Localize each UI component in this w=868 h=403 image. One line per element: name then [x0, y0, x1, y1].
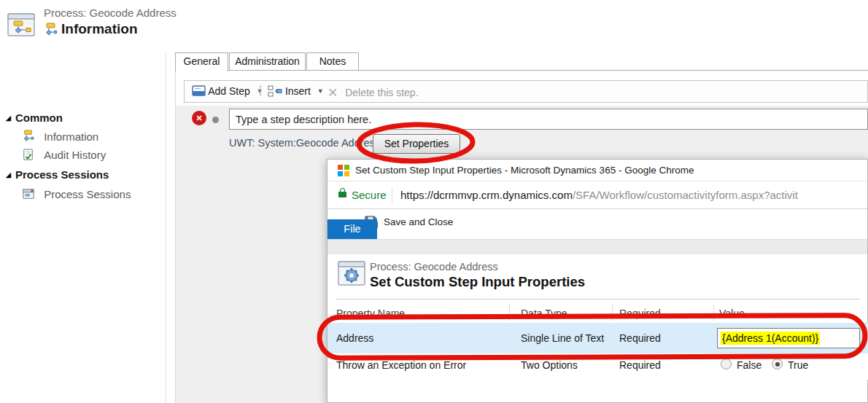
collapse-triangle-icon: ◢ [6, 171, 11, 179]
secure-lock-icon[interactable] [338, 192, 346, 197]
popup-window-title: Set Custom Step Input Properties - Micro… [355, 165, 694, 176]
sidebar-item-process-sessions[interactable]: Process Sessions [22, 187, 131, 203]
set-properties-popup-window: Set Custom Step Input Properties - Micro… [327, 159, 868, 403]
workflow-icon [22, 130, 35, 143]
table-row-throw-exception[interactable]: Throw an Exception on Error Two Options … [328, 353, 868, 380]
property-name-cell: Address [336, 332, 373, 344]
sidebar-group-common[interactable]: ◢Common [6, 111, 63, 124]
radio-true-label: True [788, 359, 808, 371]
sidebar-item-information[interactable]: Information [22, 130, 98, 145]
app-window: Process: Geocode Address Information ◢Co… [0, 0, 868, 403]
url-domain: https://dcrmmvp.crm.dynamics.com [400, 189, 573, 201]
file-tab[interactable]: File [328, 219, 377, 239]
column-header-data-type: Data Type [521, 308, 567, 319]
process-window-icon [7, 11, 37, 42]
collapse-triangle-icon: ◢ [6, 114, 11, 122]
address-value-input[interactable]: {Address 1(Account)} [717, 328, 860, 348]
column-header-property-name: Property Name [336, 308, 405, 319]
add-step-label: Add Step [208, 85, 250, 97]
url-path: /SFA/Workflow/customactivityform.aspx?ac… [573, 189, 798, 201]
secure-label: Secure [352, 189, 387, 201]
tab-general[interactable]: General [175, 52, 228, 71]
toolbar-divider: | [259, 84, 262, 97]
radio-false-label: False [737, 359, 762, 371]
sidebar: ◢Common Information Audit History ◢Proce… [0, 52, 166, 403]
column-divider [713, 305, 714, 321]
set-properties-form-icon [337, 259, 366, 289]
popup-heading: Set Custom Step Input Properties [370, 274, 585, 290]
save-and-close-label: Save and Close [384, 216, 453, 227]
property-name-cell: Throw an Exception on Error [336, 359, 466, 371]
url-text[interactable]: https://dcrmmvp.crm.dynamics.com/SFA/Wor… [400, 189, 798, 201]
ribbon-strip [328, 239, 867, 254]
address-bar[interactable]: Secure https://dcrmmvp.crm.dynamics.com/… [328, 181, 867, 209]
set-properties-button[interactable]: Set Properties [373, 134, 460, 154]
add-step-icon [192, 85, 206, 97]
required-cell: Required [619, 332, 661, 344]
sidebar-item-label: Process Sessions [44, 188, 131, 200]
required-cell: Required [619, 359, 661, 371]
tab-notes[interactable]: Notes [306, 52, 359, 71]
delete-step-label: Delete this step. [345, 87, 418, 98]
address-value-highlighted: {Address 1(Account)} [721, 332, 820, 345]
add-step-button[interactable]: Add Step ▼ [192, 85, 263, 97]
delete-step-button[interactable]: ✕ Delete this step. [328, 85, 419, 101]
column-divider [509, 305, 510, 321]
step-bullet-icon [212, 117, 219, 123]
column-header-required: Required [619, 308, 661, 319]
sidebar-item-label: Information [44, 130, 98, 143]
information-workflow-icon [44, 23, 58, 37]
page-title: Information [61, 21, 138, 37]
chevron-down-icon: ▼ [317, 87, 324, 95]
sidebar-group-process-sessions[interactable]: ◢Process Sessions [6, 168, 109, 181]
data-type-cell: Two Options [521, 359, 578, 371]
popup-divider [336, 299, 860, 300]
data-type-cell: Single Line of Text [521, 332, 604, 344]
step-toolbar: Add Step ▼ | Insert ▼ ✕ Delete this step… [184, 80, 868, 103]
sidebar-item-audit-history[interactable]: Audit History [22, 148, 106, 163]
table-row-address[interactable]: Address Single Line of Text Required {Ad… [328, 323, 868, 353]
step-description-input[interactable] [229, 109, 868, 130]
sidebar-group-label: Common [15, 111, 63, 124]
sidebar-group-label: Process Sessions [15, 168, 109, 181]
tab-administration[interactable]: Administration [229, 52, 306, 71]
step-error-icon: ✕ [192, 111, 206, 125]
url-divider [392, 187, 392, 203]
popup-title-bar: Set Custom Step Input Properties - Micro… [328, 160, 867, 181]
delete-x-icon: ✕ [328, 86, 338, 100]
step-name-label: UWT: System:Geocode Address [229, 137, 380, 149]
sidebar-item-label: Audit History [44, 149, 106, 161]
column-divider [612, 305, 613, 321]
insert-button[interactable]: Insert ▼ [268, 85, 324, 97]
popup-process-label: Process: Geocode Address [370, 261, 498, 273]
breadcrumb-process-label: Process: Geocode Address [44, 7, 177, 19]
audit-history-icon [22, 148, 35, 161]
radio-false[interactable] [721, 359, 732, 369]
microsoft-logo-icon [338, 165, 349, 176]
insert-icon [268, 85, 282, 97]
process-sessions-icon [22, 187, 35, 200]
insert-label: Insert [285, 85, 311, 97]
column-header-value: Value [719, 308, 745, 319]
radio-true[interactable] [772, 359, 783, 369]
